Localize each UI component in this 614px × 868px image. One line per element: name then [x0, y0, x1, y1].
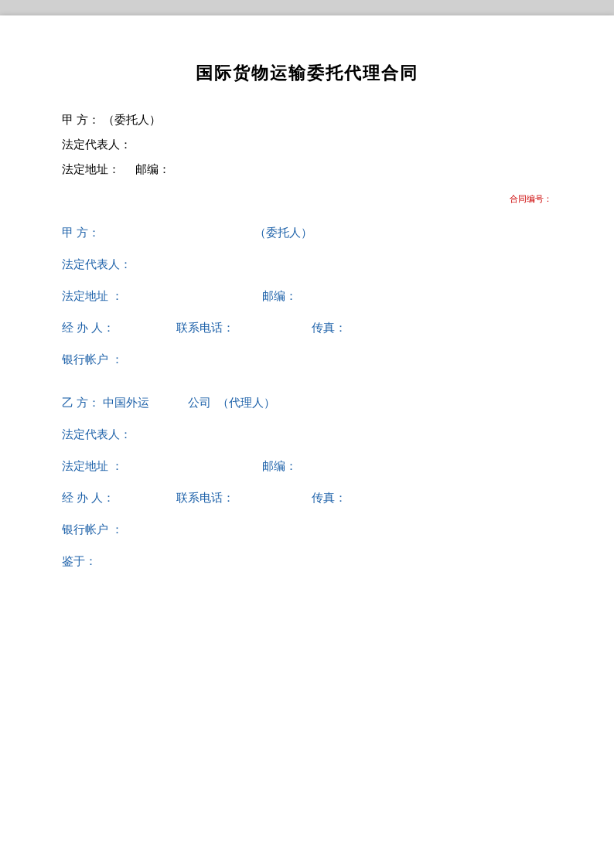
header-legal-rep-label: 法定代表人： [62, 138, 131, 151]
address-b-row: 法定地址 ： 邮编： [62, 459, 552, 474]
bank-b-row: 银行帐户 ： [62, 523, 552, 537]
header-party-a: 甲 方： （委托人） [62, 108, 552, 131]
bank-a-row: 银行帐户 ： [62, 352, 552, 367]
agent-b-row: 经 办 人： 联系电话： 传真： [62, 491, 552, 505]
legal-rep-a-label: 法定代表人： [62, 257, 131, 272]
contract-number: 合同编号： [510, 193, 552, 205]
header-postal-label: 邮编： [135, 163, 170, 175]
party-b-name: 中国外运 [103, 396, 149, 410]
legal-rep-b-row: 法定代表人： [62, 427, 552, 442]
agent-a-label: 经 办 人： [62, 321, 114, 335]
legal-rep-b-label: 法定代表人： [62, 427, 131, 442]
party-a-role: （委托人） [254, 226, 312, 240]
document-title: 国际货物运输委托代理合同 [62, 62, 552, 85]
header-address-label: 法定地址： [62, 163, 120, 175]
party-b-company: 公司 [188, 396, 211, 410]
jian-yu-row: 鉴于： [62, 554, 552, 569]
header-legal-rep: 法定代表人： [62, 133, 552, 156]
address-a-row: 法定地址 ： 邮编： [62, 289, 552, 304]
party-a-row: 甲 方： （委托人） [62, 226, 552, 240]
agent-a-row: 经 办 人： 联系电话： 传真： [62, 321, 552, 335]
contract-number-label: 合同编号： [510, 194, 552, 203]
address-a-label: 法定地址 ： [62, 289, 123, 304]
postal-a-label: 邮编： [262, 289, 297, 304]
document-page: 国际货物运输委托代理合同 甲 方： （委托人） 法定代表人： 法定地址： 邮编：… [0, 15, 614, 868]
bank-a-label: 银行帐户 ： [62, 352, 123, 367]
phone-a-label: 联系电话： [176, 321, 234, 335]
header-party-a-label: 甲 方： [62, 114, 100, 126]
party-b-label: 乙 方： [62, 396, 100, 410]
phone-b-label: 联系电话： [176, 491, 234, 505]
header-address: 法定地址： 邮编： [62, 158, 552, 181]
address-b-label: 法定地址 ： [62, 459, 123, 474]
fax-b-label: 传真： [312, 491, 346, 505]
body-section: 甲 方： （委托人） 法定代表人： 法定地址 ： 邮编： 经 办 人： 联系电话… [62, 226, 552, 569]
party-b-row: 乙 方： 中国外运 公司 （代理人） [62, 396, 552, 410]
postal-b-label: 邮编： [262, 459, 297, 474]
party-a-label: 甲 方： [62, 226, 100, 240]
fax-a-label: 传真： [312, 321, 346, 335]
header-section: 甲 方： （委托人） 法定代表人： 法定地址： 邮编： [62, 108, 552, 181]
legal-rep-a-row: 法定代表人： [62, 257, 552, 272]
bank-b-label: 银行帐户 ： [62, 523, 123, 537]
agent-b-label: 经 办 人： [62, 491, 114, 505]
header-party-a-role: （委托人） [103, 114, 161, 126]
jian-yu-label: 鉴于： [62, 554, 97, 569]
party-b-role: （代理人） [217, 396, 275, 410]
